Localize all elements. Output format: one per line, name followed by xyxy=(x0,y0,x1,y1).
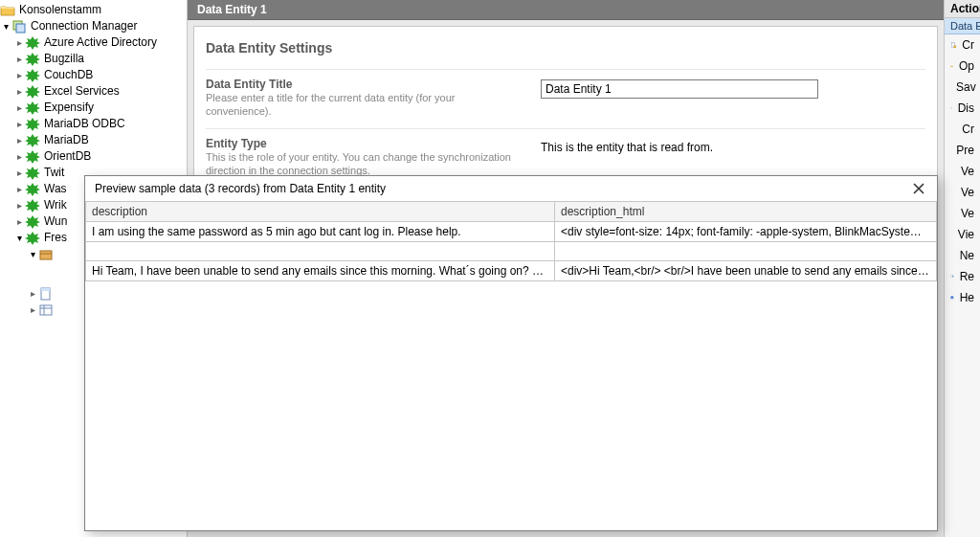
preview-grid[interactable]: description description_html I am using … xyxy=(85,201,937,530)
preview-dialog-titlebar[interactable]: Preview sample data (3 records) from Dat… xyxy=(85,176,937,201)
action-label: Cr xyxy=(962,123,974,136)
tree-item-label: CouchDB xyxy=(42,67,93,83)
actions-group-header: Data En xyxy=(945,18,980,34)
tree-connection-manager[interactable]: ▾ Connection Manager xyxy=(0,18,187,34)
expand-toggle-icon[interactable]: ▸ xyxy=(13,181,25,197)
blank-icon xyxy=(950,227,952,242)
puzzle-icon xyxy=(25,117,40,132)
tree-item-label: Fres xyxy=(42,230,67,246)
tree-item[interactable]: ▸MariaDB ODBC xyxy=(0,116,187,132)
puzzle-icon xyxy=(25,198,40,213)
action-label: Ve xyxy=(961,165,974,178)
expand-toggle-icon[interactable]: ▸ xyxy=(13,116,25,132)
section-heading: Data Entity Settings xyxy=(206,40,925,56)
help-icon: ? xyxy=(950,290,954,305)
expand-toggle-icon[interactable]: ▸ xyxy=(13,165,25,181)
field-title-help: Please enter a title for the current dat… xyxy=(206,91,522,119)
action-item[interactable]: Op xyxy=(945,56,980,77)
puzzle-icon xyxy=(25,35,40,51)
svg-rect-1 xyxy=(16,24,25,33)
actions-header: Actions xyxy=(945,0,980,18)
table-row[interactable]: Hi Team, I have been unable to send any … xyxy=(86,261,937,281)
action-item[interactable]: Cr xyxy=(945,119,980,140)
action-label: Ve xyxy=(961,186,974,199)
action-label: Cr xyxy=(962,38,974,52)
action-item[interactable]: Ve xyxy=(945,161,980,182)
col-header-description[interactable]: description xyxy=(86,202,555,222)
action-item[interactable]: Vie xyxy=(945,224,980,245)
tree-item[interactable]: ▸MariaDB xyxy=(0,132,187,148)
expand-toggle-icon[interactable]: ▸ xyxy=(13,100,25,116)
tree-item-label: Was xyxy=(42,181,67,197)
expand-toggle-icon[interactable]: ▸ xyxy=(13,51,25,67)
action-item[interactable]: Re xyxy=(945,266,980,287)
tree-item[interactable]: ▸CouchDB xyxy=(0,67,187,83)
cell-description-html: <div style=font-size: 14px; font-family:… xyxy=(555,222,937,242)
close-icon[interactable] xyxy=(910,180,927,197)
undo-icon xyxy=(950,101,952,116)
action-label: Dis xyxy=(958,101,974,115)
blank-icon xyxy=(950,206,955,221)
tree-item-label: Wun xyxy=(42,213,67,230)
tree-item[interactable]: ▸Azure Active Directory xyxy=(0,34,187,51)
action-item[interactable]: Pre xyxy=(945,140,980,161)
action-label: Vie xyxy=(958,228,974,241)
expand-toggle-icon[interactable]: ▸ xyxy=(13,34,25,51)
expand-toggle-icon[interactable]: ▾ xyxy=(0,18,11,34)
table-row[interactable]: I am using the same password as 5 min ag… xyxy=(86,222,937,242)
blank-icon xyxy=(950,185,955,200)
expand-toggle-icon[interactable]: ▸ xyxy=(13,67,25,83)
rename-icon xyxy=(950,269,954,284)
action-label: Re xyxy=(960,270,974,283)
action-item[interactable]: Cr xyxy=(945,34,980,56)
expand-toggle-icon[interactable]: ▾ xyxy=(13,230,25,246)
action-label: Ve xyxy=(961,207,974,220)
entity-title-input[interactable] xyxy=(541,79,818,99)
svg-rect-2 xyxy=(40,251,52,259)
puzzle-icon xyxy=(25,166,40,181)
tree-item-label: Expensify xyxy=(42,100,94,116)
tree-item[interactable]: ▸OrientDB xyxy=(0,148,187,165)
puzzle-icon xyxy=(25,101,40,116)
blank-icon xyxy=(950,248,954,263)
action-item[interactable]: Ne xyxy=(945,245,980,266)
expand-toggle-icon[interactable]: ▸ xyxy=(13,197,25,213)
action-item[interactable]: ?He xyxy=(945,287,980,308)
puzzle-icon xyxy=(25,149,40,165)
action-item[interactable]: Ve xyxy=(945,182,980,203)
action-item[interactable]: Sav xyxy=(945,77,980,98)
col-header-description-html[interactable]: description_html xyxy=(555,202,937,222)
tree-root-label: Konsolenstamm xyxy=(17,2,101,18)
expand-toggle-icon[interactable]: ▸ xyxy=(27,302,38,318)
tree-item[interactable]: ▸Bugzilla xyxy=(0,51,187,67)
tree-item[interactable]: ▸Excel Services xyxy=(0,83,187,100)
tree-item[interactable]: ▸Expensify xyxy=(0,100,187,116)
table-row[interactable] xyxy=(86,242,937,261)
expand-toggle-icon[interactable]: ▸ xyxy=(13,132,25,148)
field-type-value: This is the entity that is read from. xyxy=(541,139,713,154)
field-title-label: Data Entity Title xyxy=(206,78,522,91)
field-title-row: Data Entity Title Please enter a title f… xyxy=(206,69,925,128)
svg-rect-5 xyxy=(40,305,52,315)
puzzle-icon xyxy=(25,84,40,100)
tree-item-label: MariaDB ODBC xyxy=(42,116,125,132)
expand-toggle-icon[interactable]: ▾ xyxy=(27,246,38,262)
expand-toggle-icon[interactable]: ▸ xyxy=(13,148,25,165)
action-item[interactable]: Ve xyxy=(945,203,980,224)
blank-icon xyxy=(950,164,955,179)
action-label: Sav xyxy=(956,80,976,94)
action-label: Ne xyxy=(960,249,974,262)
folder-open-icon xyxy=(950,58,953,74)
tree-item-label: Twit xyxy=(42,165,64,181)
expand-toggle-icon[interactable]: ▸ xyxy=(13,83,25,100)
puzzle-icon xyxy=(25,68,40,83)
expand-toggle-icon[interactable]: ▸ xyxy=(13,213,25,230)
cell-description: I am using the same password as 5 min ag… xyxy=(86,222,555,242)
puzzle-icon xyxy=(25,214,40,230)
expand-toggle-icon[interactable]: ▸ xyxy=(27,285,38,302)
doc-icon xyxy=(38,286,54,302)
tree-root[interactable]: Konsolenstamm xyxy=(0,2,187,18)
action-item[interactable]: Dis xyxy=(945,98,980,119)
action-label: Op xyxy=(959,59,974,73)
field-type-label: Entity Type xyxy=(206,137,522,150)
